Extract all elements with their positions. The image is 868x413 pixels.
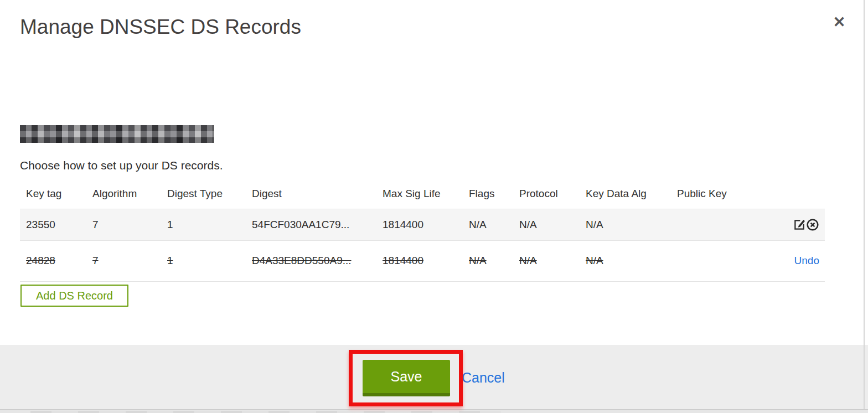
- cell-protocol: N/A: [513, 240, 580, 281]
- table-header-row: Key tag Algorithm Digest Type Digest Max…: [20, 183, 825, 209]
- cell-max-sig-life: 1814400: [376, 209, 463, 240]
- cancel-link[interactable]: Cancel: [462, 370, 505, 386]
- cell-flags: N/A: [463, 240, 513, 281]
- cell-digest: 54FCF030AA1C79...: [246, 209, 376, 240]
- ds-record-row: 23550 7 1 54FCF030AA1C79... 1814400 N/A …: [20, 209, 825, 240]
- edit-record-button[interactable]: [793, 218, 806, 231]
- cell-flags: N/A: [463, 209, 513, 240]
- cell-key-tag: 24828: [20, 240, 86, 281]
- cell-public-key: [671, 209, 733, 240]
- cell-key-tag: 23550: [20, 209, 86, 240]
- column-header-key-tag: Key tag: [20, 183, 86, 209]
- dnssec-dialog: Manage DNSSEC DS Records ✕ Choose how to…: [0, 0, 868, 413]
- cell-digest-type: 1: [161, 209, 246, 240]
- delete-record-button[interactable]: [806, 218, 819, 231]
- column-header-actions: [733, 183, 825, 209]
- column-header-digest: Digest: [246, 183, 376, 209]
- close-button[interactable]: ✕: [828, 11, 850, 33]
- redacted-domain-name: [20, 125, 214, 143]
- cell-key-data-alg: N/A: [580, 209, 671, 240]
- cell-actions: [733, 209, 825, 240]
- add-ds-record-button[interactable]: Add DS Record: [20, 285, 128, 307]
- dialog-footer: Save Cancel: [0, 345, 868, 410]
- circle-x-icon: [806, 225, 819, 233]
- cell-digest-type: 1: [161, 240, 246, 281]
- column-header-max-sig-life: Max Sig Life: [376, 183, 463, 209]
- instruction-text: Choose how to set up your DS records.: [20, 159, 223, 172]
- column-header-protocol: Protocol: [513, 183, 580, 209]
- cell-protocol: N/A: [513, 209, 580, 240]
- undo-link[interactable]: Undo: [794, 255, 819, 266]
- cell-actions: Undo: [733, 240, 825, 281]
- edit-icon: [793, 224, 806, 233]
- dialog-title: Manage DNSSEC DS Records: [20, 16, 301, 39]
- cell-public-key: [671, 240, 733, 281]
- window-right-border: [864, 0, 865, 410]
- save-button[interactable]: Save: [363, 360, 450, 396]
- cell-key-data-alg: N/A: [580, 240, 671, 281]
- column-header-key-data-alg: Key Data Alg: [580, 183, 671, 209]
- cell-max-sig-life: 1814400: [376, 240, 463, 281]
- column-header-digest-type: Digest Type: [161, 183, 246, 209]
- ds-records-table: Key tag Algorithm Digest Type Digest Max…: [20, 183, 825, 282]
- column-header-flags: Flags: [463, 183, 513, 209]
- ds-record-row-deleted: 24828 7 1 D4A33E8DD550A9... 1814400 N/A …: [20, 240, 825, 281]
- close-icon: ✕: [833, 14, 846, 30]
- cell-digest: D4A33E8DD550A9...: [246, 240, 376, 281]
- column-header-public-key: Public Key: [671, 183, 733, 209]
- cell-algorithm: 7: [86, 240, 161, 281]
- column-header-algorithm: Algorithm: [86, 183, 161, 209]
- cutoff-content-below: [30, 411, 501, 413]
- cell-algorithm: 7: [86, 209, 161, 240]
